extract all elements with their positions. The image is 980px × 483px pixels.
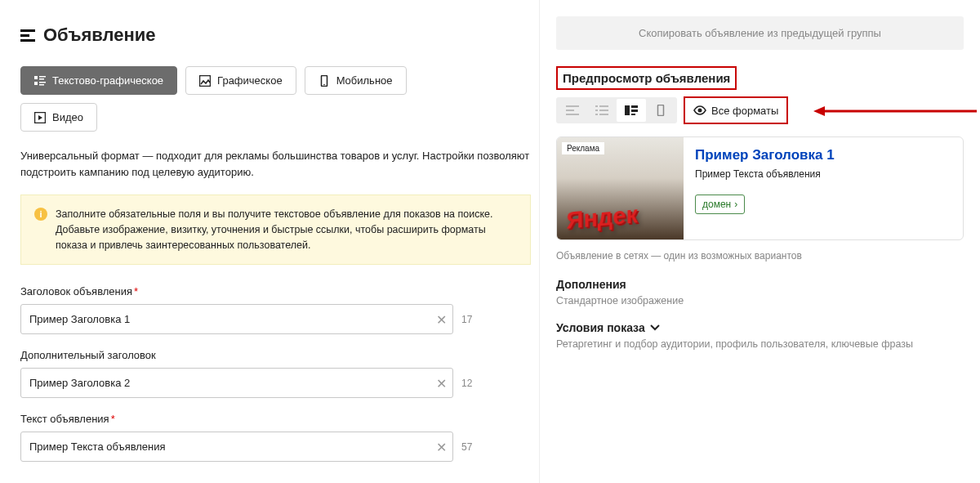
format-mobile[interactable] — [646, 99, 675, 122]
svg-rect-13 — [566, 114, 579, 115]
headline-label: Заголовок объявления* — [20, 285, 531, 297]
svg-rect-20 — [625, 105, 630, 115]
ad-preview-image: Реклама Яндек — [557, 137, 684, 239]
conditions-toggle[interactable]: Условия показа — [556, 321, 660, 334]
additions-sub: Стандартное изображение — [556, 295, 964, 306]
svg-point-8 — [323, 83, 325, 85]
alert-box: i Заполните обязательные поля и вы получ… — [20, 195, 531, 265]
svg-rect-18 — [595, 114, 598, 115]
preview-title: Предпросмотр объявления — [556, 66, 737, 90]
ad-badge: Реклама — [562, 142, 604, 154]
format-list[interactable] — [587, 99, 617, 122]
all-formats-button[interactable]: Все форматы — [684, 96, 788, 124]
mobile-icon — [318, 75, 330, 87]
tab-graphic[interactable]: Графическое — [185, 66, 296, 95]
all-formats-label: Все форматы — [711, 105, 778, 117]
tab-label: Мобильное — [336, 74, 393, 87]
info-icon: i — [34, 208, 47, 221]
text-graphic-icon — [34, 75, 46, 87]
svg-marker-10 — [38, 115, 42, 120]
svg-rect-0 — [34, 76, 38, 79]
tab-label: Видео — [52, 111, 83, 123]
ad-preview-title: Пример Заголовка 1 — [695, 147, 951, 163]
svg-rect-3 — [34, 82, 38, 85]
ad-domain-button[interactable]: домен › — [695, 195, 745, 214]
format-text-left[interactable] — [558, 99, 587, 122]
svg-rect-11 — [566, 105, 579, 107]
svg-rect-24 — [658, 105, 664, 116]
chevron-right-icon: › — [734, 199, 737, 210]
image-icon — [199, 75, 211, 87]
format-switcher — [556, 97, 677, 123]
format-card[interactable] — [617, 99, 646, 122]
svg-point-25 — [698, 109, 702, 113]
svg-rect-23 — [631, 114, 635, 115]
svg-rect-19 — [599, 114, 608, 115]
conditions-title: Условия показа — [556, 321, 645, 334]
svg-rect-22 — [631, 110, 638, 112]
headline2-label: Дополнительный заголовок — [20, 349, 531, 361]
additions-title: Дополнения — [556, 278, 964, 291]
play-icon — [34, 112, 46, 123]
svg-rect-2 — [39, 78, 44, 80]
tab-mobile[interactable]: Мобильное — [305, 66, 407, 95]
page-title: Объявление — [43, 25, 156, 46]
copy-previous-button[interactable]: Скопировать объявление из предыдущей гру… — [556, 16, 964, 50]
tab-text-graphic[interactable]: Текстово-графическое — [20, 66, 177, 95]
format-description: Универсальный формат — подходит для рекл… — [20, 148, 531, 180]
headline-counter: 17 — [461, 314, 472, 325]
tab-label: Графическое — [217, 74, 283, 87]
svg-rect-4 — [39, 82, 46, 83]
clear-icon[interactable]: ✕ — [436, 375, 447, 391]
conditions-sub: Ретаргетинг и подбор аудитории, профиль … — [556, 338, 964, 350]
eye-icon — [693, 105, 706, 115]
svg-rect-15 — [599, 105, 608, 107]
svg-rect-12 — [566, 110, 574, 111]
adtext-label: Текст объявления* — [20, 413, 531, 425]
svg-rect-17 — [599, 110, 608, 111]
arrow-annotation — [813, 103, 977, 119]
headline2-input[interactable] — [20, 368, 453, 398]
svg-marker-27 — [813, 106, 825, 116]
clear-icon[interactable]: ✕ — [436, 311, 447, 327]
adtext-input[interactable] — [20, 432, 453, 462]
svg-rect-1 — [39, 76, 46, 78]
ad-preview-text: Пример Текста объявления — [695, 168, 951, 180]
preview-note: Объявление в сетях — один из возможных в… — [556, 250, 964, 262]
svg-rect-5 — [39, 84, 44, 86]
svg-rect-21 — [631, 105, 638, 108]
svg-rect-14 — [595, 105, 598, 107]
chevron-down-icon — [650, 324, 660, 331]
clear-icon[interactable]: ✕ — [436, 439, 447, 454]
yandex-logo-3d: Яндек — [567, 200, 638, 235]
alert-text: Заполните обязательные поля и вы получит… — [56, 207, 517, 253]
adtext-counter: 57 — [461, 441, 472, 453]
tab-video[interactable]: Видео — [20, 103, 97, 132]
ad-preview-card: Реклама Яндек Пример Заголовка 1 Пример … — [556, 136, 964, 240]
headline2-counter: 12 — [461, 378, 472, 389]
page-title-icon — [20, 29, 35, 42]
svg-rect-16 — [595, 110, 598, 111]
headline-input[interactable] — [20, 304, 453, 334]
tab-label: Текстово-графическое — [52, 74, 163, 87]
